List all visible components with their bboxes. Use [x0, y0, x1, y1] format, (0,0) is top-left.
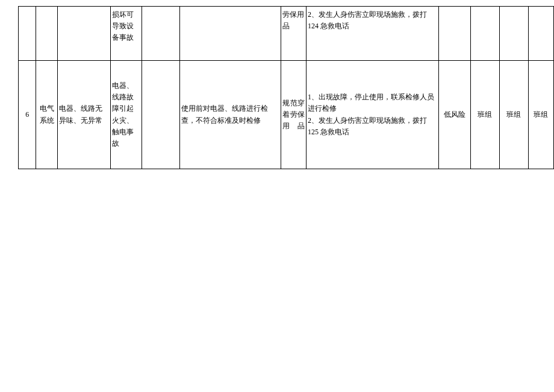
cell-risk-level [439, 7, 470, 61]
cell-index: 6 [19, 61, 36, 169]
cell-hazard: 损坏可导致设备事故 [111, 7, 142, 61]
cell-ppe: 劳保用品 [281, 7, 307, 61]
cell-condition: 电器、线路无异味、无异常 [57, 61, 110, 169]
cell-resp1 [470, 7, 499, 61]
cell-measure: 使用前对电器、线路进行检查，不符合标准及时检修 [180, 61, 281, 169]
cell-hazard: 电器、线路故障引起火灾、触电事故 [111, 61, 142, 169]
cell-measure [180, 7, 281, 61]
table-row: 损坏可导致设备事故 劳保用品 2、发生人身伤害立即现场施救，拨打 124 急救电… [19, 7, 554, 61]
cell-emergency: 1、出现故障，停止使用，联系检修人员进行检修2、发生人身伤害立即现场施救，拨打 … [306, 61, 438, 169]
cell-resp2: 班组 [499, 61, 528, 169]
cell-condition [57, 7, 110, 61]
table-row: 6 电气系统 电器、线路无异味、无异常 电器、线路故障引起火灾、触电事故 使用前… [19, 61, 554, 169]
risk-table: 损坏可导致设备事故 劳保用品 2、发生人身伤害立即现场施救，拨打 124 急救电… [18, 6, 554, 169]
cell-resp3: 班组 [528, 61, 553, 169]
cell-emergency: 2、发生人身伤害立即现场施救，拨打 124 急救电话 [306, 7, 438, 61]
cell-resp2 [499, 7, 528, 61]
cell-system: 电气系统 [36, 61, 58, 169]
cell-blank [142, 7, 180, 61]
cell-blank [142, 61, 180, 169]
cell-resp3 [528, 7, 553, 61]
cell-ppe: 规范穿着劳保用品 [281, 61, 307, 169]
cell-index [19, 7, 36, 61]
cell-system [36, 7, 58, 61]
cell-risk-level: 低风险 [439, 61, 470, 169]
cell-resp1: 班组 [470, 61, 499, 169]
